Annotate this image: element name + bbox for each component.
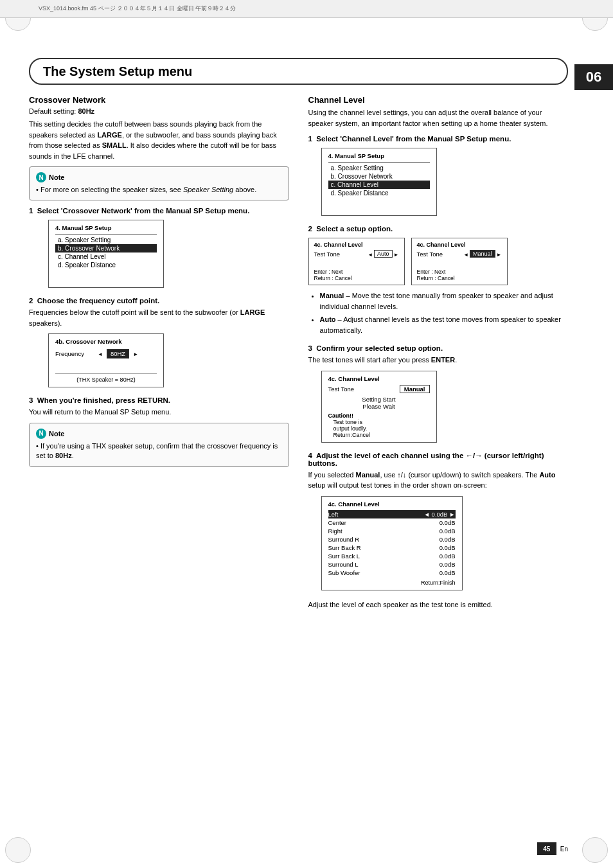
corner-decoration-bl <box>5 837 31 863</box>
channel-screen1: 4. Manual SP Setup a. Speaker Setting b.… <box>321 148 437 216</box>
manual-tone-row: Test Tone Manual <box>417 250 502 258</box>
channel-step1: 1 Select 'Channel Level' from the Manual… <box>308 135 569 143</box>
manual-footer: Enter : Next Return : Cancel <box>417 269 502 281</box>
screen1-title: 4. Manual SP Setup <box>55 224 157 231</box>
note2-text: • If you're using a THX speaker setup, c… <box>36 441 282 461</box>
channel-level-heading: Channel Level <box>308 95 569 105</box>
default-label: Default setting: <box>29 107 78 115</box>
header-strip: VSX_1014.book.fm 45 ページ ２００４年５月１４日 金曜日 午… <box>0 0 613 18</box>
right-column: Channel Level Using the channel level se… <box>308 95 569 829</box>
channel-step4-end: Adjust the level of each speaker as the … <box>308 599 569 610</box>
table-row-2: Right0.0dB <box>328 527 456 535</box>
channel-screen-manual: 4c. Channel Level Test Tone Manual Enter… <box>411 238 508 285</box>
freq-label: Frequency <box>55 350 94 357</box>
auto-screen-title: 4c. Channel Level <box>314 242 399 248</box>
manual-arrow-left <box>463 251 468 258</box>
channel-step4-body: If you selected Manual, use ↑/↓ (cursor … <box>308 470 569 491</box>
channel-step3-body: The test tones will start after you pres… <box>308 355 569 366</box>
screen1-row-1: b. Crossover Network <box>55 244 157 252</box>
file-info: VSX_1014.book.fm 45 ページ ２００４年５月１４日 金曜日 午… <box>39 4 236 13</box>
table-footer: Return:Finish <box>328 580 456 586</box>
note-box-1: N Note • For more on selecting the speak… <box>29 166 289 200</box>
confirm-caution-body: Test tone is output loudly. Return:Cance… <box>333 419 430 438</box>
screen1-row-2: c. Channel Level <box>55 252 157 261</box>
crossover-screen1: 4. Manual SP Setup a. Speaker Setting b.… <box>48 220 164 288</box>
crossover-step2: 2 Choose the frequency cutoff point. <box>29 297 289 305</box>
channel-bullet-auto: Auto – Adjust channel levels as the test… <box>320 314 569 335</box>
page-badge-top: 06 <box>574 64 613 90</box>
channel-bullet-manual: Manual – Move the test tone manually fro… <box>320 290 569 312</box>
note-icon-1: N <box>36 172 46 182</box>
table-row-4: Surr Back R0.0dB <box>328 544 456 552</box>
crossover-freq-screen: 4b. Crossover Network Frequency 80HZ (TH… <box>48 333 164 387</box>
table-row-5: Surr Back L0.0dB <box>328 552 456 560</box>
manual-value: Manual <box>470 250 495 258</box>
page-bottom: 45 En <box>537 842 568 855</box>
channel-step3: 3 Confirm your selected setup option. <box>308 344 569 352</box>
table-row-6: Surround L0.0dB <box>328 560 456 569</box>
table-row-1: Center0.0dB <box>328 518 456 527</box>
freq-note: (THX Speaker = 80Hz) <box>55 373 157 383</box>
freq-title: 4b. Crossover Network <box>55 338 157 345</box>
page-locale: En <box>560 846 568 853</box>
confirm-caution-label: Caution!! <box>328 412 430 419</box>
ch-screen1-row-3: d. Speaker Distance <box>328 189 430 197</box>
channel-step2: 2 Select a setup option. <box>308 225 569 233</box>
confirm-tone-value: Manual <box>400 385 430 393</box>
channel-screen1-title: 4. Manual SP Setup <box>328 152 430 159</box>
channel-level-body: Using the channel level settings, you ca… <box>308 107 569 128</box>
freq-arrow-right <box>133 350 138 357</box>
crossover-network-heading: Crossover Network <box>29 95 289 105</box>
freq-row: Frequency 80HZ <box>55 349 157 359</box>
crossover-step3-body: You will return to the Manual SP Setup m… <box>29 407 289 418</box>
note-header-1: N Note <box>36 172 282 182</box>
crossover-step1: 1 Select 'Crossover Network' from the Ma… <box>29 207 289 215</box>
confirm-tone-row: Test Tone Manual <box>328 385 430 393</box>
ch-screen1-row-2: c. Channel Level <box>328 181 430 189</box>
default-value: 80Hz <box>78 107 94 115</box>
manual-arrow-right <box>497 251 502 258</box>
note-box-2: N Note • If you're using a THX speaker s… <box>29 423 289 467</box>
table-row-0: Left◄ 0.0dB ► <box>328 510 456 518</box>
table-row-3: Surround R0.0dB <box>328 535 456 544</box>
title-box: The System Setup menu <box>29 58 568 85</box>
screen1-row-3: d. Speaker Distance <box>55 261 157 269</box>
channel-step4: 4 Adjust the level of each channel using… <box>308 452 569 467</box>
ch-screen1-row-1: b. Crossover Network <box>328 172 430 181</box>
crossover-step2-body: Frequencies below the cutoff point will … <box>29 307 289 328</box>
corner-decoration-br <box>582 837 608 863</box>
confirm-setting: Setting Start Please Wait <box>328 396 430 410</box>
table-row-7: Sub Woofer0.0dB <box>328 569 456 577</box>
crossover-step3: 3 When you're finished, press RETURN. <box>29 396 289 404</box>
auto-arrow-left <box>368 251 373 258</box>
ch-screen1-row-0: a. Speaker Setting <box>328 164 430 172</box>
auto-value: Auto <box>374 250 393 258</box>
table-screen-title: 4c. Channel Level <box>328 500 456 508</box>
screen1-row-0: a. Speaker Setting <box>55 236 157 244</box>
channel-bullets: Manual – Move the test tone manually fro… <box>320 290 569 335</box>
note-icon-2: N <box>36 429 46 439</box>
auto-footer1: Enter : Next Return : Cancel <box>314 269 399 281</box>
crossover-default: Default setting: 80Hz <box>29 107 289 115</box>
crossover-body: This setting decides the cutoff between … <box>29 119 289 161</box>
note-text-1: • For more on selecting the speaker size… <box>36 185 282 195</box>
page-title: The System Setup menu <box>43 64 192 79</box>
content-area: Crossover Network Default setting: 80Hz … <box>29 95 568 829</box>
channel-screen-auto: 4c. Channel Level Test Tone Auto Enter :… <box>308 238 405 285</box>
manual-screen-title: 4c. Channel Level <box>417 242 502 248</box>
confirm-title: 4c. Channel Level <box>328 375 430 382</box>
left-column: Crossover Network Default setting: 80Hz … <box>29 95 289 829</box>
channel-screen-pair: 4c. Channel Level Test Tone Auto Enter :… <box>308 238 569 285</box>
freq-value: 80HZ <box>107 349 129 359</box>
auto-arrow-right <box>394 251 399 258</box>
channel-table-screen: 4c. Channel Level Left◄ 0.0dB ► Center0.… <box>321 496 463 590</box>
freq-arrow-left <box>98 350 103 357</box>
note-header-2: N Note <box>36 429 282 439</box>
auto-tone-row: Test Tone Auto <box>314 250 399 258</box>
channel-confirm-screen: 4c. Channel Level Test Tone Manual Setti… <box>321 371 437 443</box>
page-number-bottom: 45 <box>537 842 556 855</box>
